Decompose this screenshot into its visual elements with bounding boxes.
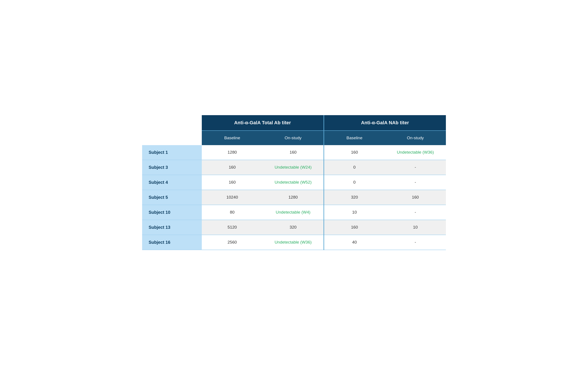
nab-baseline-header: Baseline (324, 131, 385, 145)
table-row: Subject 4160Undetectable (W52)0- (142, 175, 446, 190)
nab-on-study-header: On-study (385, 131, 446, 145)
header-sub-row: Baseline On-study Baseline On-study (142, 131, 446, 145)
total-ab-on-study-cell: 320 (263, 220, 324, 235)
subject-cell: Subject 16 (142, 235, 202, 250)
total-ab-on-study-cell: 160 (263, 145, 324, 160)
table-row: Subject 13512032016010 (142, 220, 446, 235)
undetectable-label: Undetectable (W36) (397, 150, 434, 154)
nab-baseline-cell: 160 (324, 220, 385, 235)
nab-baseline-cell: 0 (324, 175, 385, 190)
table-row: Subject 162560Undetectable (W36)40- (142, 235, 446, 250)
total-ab-baseline-cell: 2560 (202, 235, 263, 250)
nab-on-study-cell: - (385, 205, 446, 220)
nab-baseline-cell: 160 (324, 145, 385, 160)
subject-cell: Subject 10 (142, 205, 202, 220)
nab-header: Anti-α-GalA NAb titer (324, 115, 446, 131)
table-row: Subject 1080Undetectable (W4)10- (142, 205, 446, 220)
total-ab-on-study-header: On-study (263, 131, 324, 145)
undetectable-label: Undetectable (W36) (274, 240, 311, 244)
total-ab-baseline-cell: 10240 (202, 190, 263, 205)
table-row: Subject 11280160160Undetectable (W36) (142, 145, 446, 160)
subject-cell: Subject 13 (142, 220, 202, 235)
total-ab-baseline-cell: 160 (202, 160, 263, 175)
total-ab-baseline-header: Baseline (202, 131, 263, 145)
total-ab-header: Anti-α-GalA Total Ab titer (202, 115, 324, 131)
total-ab-baseline-cell: 80 (202, 205, 263, 220)
nab-on-study-cell: Undetectable (W36) (385, 145, 446, 160)
total-ab-baseline-cell: 1280 (202, 145, 263, 160)
total-ab-on-study-cell: Undetectable (W24) (263, 160, 324, 175)
total-ab-on-study-cell: Undetectable (W36) (263, 235, 324, 250)
header-main-row: Anti-α-GalA Total Ab titer Anti-α-GalA N… (142, 115, 446, 131)
subject-cell: Subject 5 (142, 190, 202, 205)
corner-cell-sub (142, 131, 202, 145)
table-row: Subject 5102401280320160 (142, 190, 446, 205)
subject-cell: Subject 3 (142, 160, 202, 175)
nab-on-study-cell: 10 (385, 220, 446, 235)
nab-on-study-cell: - (385, 175, 446, 190)
nab-on-study-cell: 160 (385, 190, 446, 205)
table-body: Subject 11280160160Undetectable (W36)Sub… (142, 145, 446, 250)
nab-on-study-cell: - (385, 160, 446, 175)
nab-on-study-cell: - (385, 235, 446, 250)
undetectable-label: Undetectable (W52) (274, 180, 311, 184)
total-ab-on-study-cell: 1280 (263, 190, 324, 205)
undetectable-label: Undetectable (W4) (276, 210, 311, 214)
table-container: Anti-α-GalA Total Ab titer Anti-α-GalA N… (142, 115, 446, 250)
nab-baseline-cell: 10 (324, 205, 385, 220)
nab-baseline-cell: 320 (324, 190, 385, 205)
table-row: Subject 3160Undetectable (W24)0- (142, 160, 446, 175)
undetectable-label: Undetectable (W24) (274, 165, 311, 169)
subject-cell: Subject 1 (142, 145, 202, 160)
data-table: Anti-α-GalA Total Ab titer Anti-α-GalA N… (142, 115, 446, 250)
total-ab-baseline-cell: 160 (202, 175, 263, 190)
subject-cell: Subject 4 (142, 175, 202, 190)
corner-cell-top (142, 115, 202, 131)
nab-baseline-cell: 0 (324, 160, 385, 175)
nab-baseline-cell: 40 (324, 235, 385, 250)
total-ab-baseline-cell: 5120 (202, 220, 263, 235)
total-ab-on-study-cell: Undetectable (W4) (263, 205, 324, 220)
total-ab-on-study-cell: Undetectable (W52) (263, 175, 324, 190)
